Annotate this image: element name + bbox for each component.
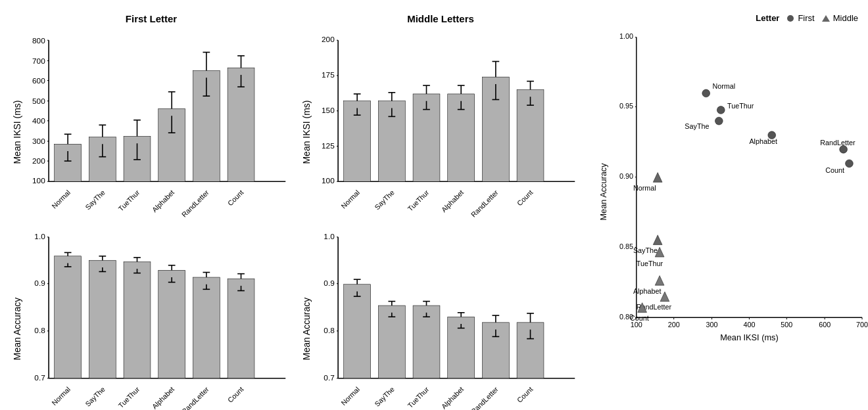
svg-text:RandLetter: RandLetter [470, 188, 500, 218]
legend-circle: First [786, 13, 814, 23]
svg-text:SayThe: SayThe [373, 385, 396, 408]
svg-text:TueThur: TueThur [117, 385, 141, 409]
svg-text:0.9: 0.9 [324, 279, 335, 288]
legend-circle-label: First [798, 13, 814, 23]
svg-text:Normal: Normal [50, 189, 72, 210]
svg-text:TueThur: TueThur [117, 188, 141, 212]
svg-text:SayThe: SayThe [84, 385, 107, 408]
svg-text:0.8: 0.8 [324, 326, 335, 335]
svg-text:0.9: 0.9 [34, 279, 45, 288]
svg-rect-139 [193, 277, 220, 378]
svg-text:Normal: Normal [339, 189, 361, 210]
scatter-label-normal-circle: Normal [713, 82, 736, 90]
svg-text:Mean IKSI (ms): Mean IKSI (ms) [720, 332, 779, 342]
svg-text:Count: Count [516, 189, 535, 208]
svg-text:200: 200 [322, 35, 335, 44]
top-left-panel: First Letter Mean IKSI (ms) 100 200 300 … [7, 7, 296, 222]
svg-text:0.95: 0.95 [619, 102, 633, 110]
scatter-label-saythe-circle: SayThe [685, 122, 709, 130]
svg-text:400: 400 [743, 321, 755, 329]
svg-text:700: 700 [856, 321, 868, 329]
svg-text:300: 300 [706, 321, 718, 329]
svg-text:0.90: 0.90 [619, 172, 633, 180]
svg-text:1.0: 1.0 [324, 232, 335, 241]
top-left-title: First Letter [10, 13, 293, 24]
svg-text:400: 400 [32, 116, 45, 125]
svg-text:0.85: 0.85 [619, 242, 633, 250]
scatter-label-count-triangle: Count [630, 314, 649, 322]
scatter-triangle-saythe [653, 235, 662, 245]
svg-text:Count: Count [516, 385, 535, 404]
svg-text:SayThe: SayThe [373, 189, 396, 212]
scatter-label-randletter-circle: RandLetter [820, 139, 856, 147]
scatter-triangle-alphabet [655, 276, 664, 286]
scatter-label-tuethur-circle: TueThur [727, 102, 754, 110]
svg-text:0.7: 0.7 [34, 373, 45, 382]
scatter-label-alphabet-triangle: Alphabet [633, 287, 662, 295]
svg-text:1.00: 1.00 [619, 32, 633, 40]
svg-text:150: 150 [322, 106, 335, 115]
top-right-panel: Middle Letters Mean IKSI (ms) 100 125 15… [296, 7, 585, 222]
svg-text:500: 500 [781, 321, 792, 329]
scatter-label-alphabet-circle: Alphabet [749, 137, 777, 145]
scatter-label-tuethur-triangle: TueThur [637, 260, 663, 267]
svg-text:RandLetter: RandLetter [180, 385, 210, 410]
svg-text:Mean Accuracy: Mean Accuracy [12, 298, 22, 361]
svg-text:Mean IKSI (ms): Mean IKSI (ms) [301, 100, 312, 164]
svg-text:500: 500 [32, 97, 45, 106]
svg-text:800: 800 [32, 36, 45, 45]
svg-text:SayThe: SayThe [84, 189, 107, 212]
svg-rect-145 [228, 279, 254, 378]
legend-title: Letter [756, 13, 779, 23]
svg-text:300: 300 [32, 137, 45, 146]
legend-triangle-label: Middle [833, 13, 858, 23]
bottom-left-panel: Mean Accuracy 0.7 0.8 0.9 1.0 Normal [7, 222, 296, 410]
svg-text:RandLetter: RandLetter [180, 188, 210, 218]
legend-area: Letter First Middle [592, 13, 868, 23]
scatter-chart: Mean Accuracy 0.80 0.85 0.90 0.95 1.00 1… [592, 24, 868, 359]
svg-text:Count: Count [226, 189, 245, 208]
svg-text:200: 200 [668, 321, 680, 329]
top-left-chart: Mean IKSI (ms) 100 200 300 400 500 600 7… [10, 26, 293, 231]
svg-text:Normal: Normal [50, 385, 72, 407]
scatter-circle-saythe [715, 117, 723, 125]
svg-point-198 [787, 15, 794, 22]
top-right-chart: Mean IKSI (ms) 100 125 150 175 200 [299, 26, 582, 231]
svg-text:1.0: 1.0 [34, 232, 45, 241]
legend-triangle: Middle [821, 13, 858, 23]
svg-rect-133 [158, 271, 185, 378]
scatter-panel: Letter First Middle Mean Accuracy 0.80 0… [585, 7, 868, 403]
svg-text:100: 100 [32, 176, 45, 185]
svg-text:Count: Count [226, 385, 245, 404]
svg-text:Normal: Normal [339, 385, 361, 407]
svg-text:RandLetter: RandLetter [470, 385, 500, 410]
svg-text:200: 200 [32, 156, 45, 166]
svg-rect-19 [55, 144, 82, 181]
charts-grid: First Letter Mean IKSI (ms) 100 200 300 … [7, 7, 585, 403]
svg-text:TueThur: TueThur [406, 385, 431, 409]
svg-text:Mean IKSI (ms): Mean IKSI (ms) [12, 100, 22, 164]
scatter-triangle-randletter [660, 292, 669, 302]
svg-text:Alphabet: Alphabet [151, 385, 176, 410]
svg-text:100: 100 [322, 176, 335, 185]
bottom-right-chart: Mean Accuracy 0.7 0.8 0.9 1.0 Normal [299, 229, 582, 410]
svg-text:Alphabet: Alphabet [440, 385, 466, 410]
svg-text:700: 700 [32, 57, 45, 66]
svg-text:Mean Accuracy: Mean Accuracy [301, 298, 312, 361]
scatter-circle-normal [702, 89, 710, 97]
scatter-circle-thuethur [717, 106, 725, 114]
scatter-label-count-circle: Count [825, 166, 844, 174]
svg-text:600: 600 [819, 321, 831, 329]
svg-rect-25 [89, 137, 116, 182]
scatter-label-saythe-triangle: SayThe [633, 246, 658, 254]
scatter-triangle-normal [653, 173, 662, 183]
scatter-circle-count [846, 160, 854, 168]
svg-text:125: 125 [322, 141, 335, 150]
bottom-left-chart: Mean Accuracy 0.7 0.8 0.9 1.0 Normal [10, 229, 293, 410]
svg-rect-121 [89, 260, 116, 378]
svg-text:TueThur: TueThur [406, 188, 431, 212]
svg-text:0.8: 0.8 [34, 326, 45, 335]
svg-text:0.7: 0.7 [324, 373, 334, 382]
top-right-title: Middle Letters [299, 13, 582, 24]
svg-text:Alphabet: Alphabet [440, 189, 466, 214]
